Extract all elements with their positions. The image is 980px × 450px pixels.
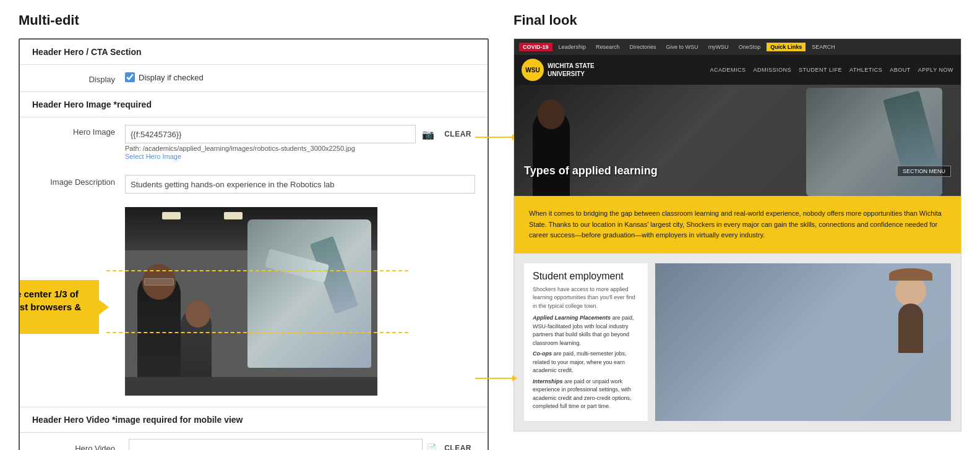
employment-title: Student employment xyxy=(533,271,639,282)
nav-give[interactable]: Give to WSU xyxy=(663,44,702,50)
nav-research[interactable]: Research xyxy=(592,44,624,50)
left-panel-title: Multi-edit xyxy=(19,12,489,28)
bottom-section: Student employment Shockers have access … xyxy=(514,253,961,431)
left-panel: Multi-edit Header Hero / CTA Section Dis… xyxy=(19,12,489,450)
nav-academics[interactable]: ACADEMICS xyxy=(710,67,746,73)
photo-inner: Crops to the center 1/3 of photo in most… xyxy=(125,207,377,396)
cta-section: When it comes to bridging the gap betwee… xyxy=(514,196,961,253)
nav-mywsu[interactable]: myWSU xyxy=(705,44,733,50)
image-path-text: Path: /academics/applied_learning/images… xyxy=(125,145,475,152)
edit-box: Header Hero / CTA Section Display Displa… xyxy=(19,38,489,450)
hero-image-label: Hero Image xyxy=(32,125,125,137)
nav-onestop[interactable]: OneStop xyxy=(735,44,765,50)
clear-hero-video-button[interactable]: CLEAR xyxy=(441,441,475,450)
crop-note-text: Crops to the center 1/3 of photo in most… xyxy=(19,287,90,326)
right-arrows-wrapper: COVID-19 Leadership Research Directories… xyxy=(514,38,961,431)
nav-admissions[interactable]: ADMISSIONS xyxy=(754,67,792,73)
right-panel: Final look COVID-19 Leadership Research … xyxy=(489,12,961,431)
hero-image-row: Hero Image 📷 CLEAR Path: /academics/appl… xyxy=(20,117,488,168)
section-menu-button[interactable]: SECTION MENU xyxy=(897,166,951,177)
image-desc-content xyxy=(125,175,475,193)
nav-top: COVID-19 Leadership Research Directories… xyxy=(514,39,961,55)
wsu-name-line2: UNIVERSITY xyxy=(548,70,595,78)
hero-video-label: Hero Video xyxy=(32,444,125,451)
hero-video-input[interactable] xyxy=(129,439,423,450)
image-desc-input[interactable] xyxy=(125,175,475,193)
arrow-to-student xyxy=(475,375,517,381)
crop-line-bottom xyxy=(106,332,408,333)
display-checkbox-row: Display if checked xyxy=(125,72,475,82)
hero-image-input-row: 📷 CLEAR xyxy=(125,125,475,143)
employment-item3-label: Internships xyxy=(533,378,563,384)
hero-video-row: Hero Video 📄 CLEAR xyxy=(20,433,488,450)
nav-covid-badge[interactable]: COVID-19 xyxy=(519,43,552,51)
nav-student-life[interactable]: STUDENT LIFE xyxy=(799,67,842,73)
wsu-logo: WSU WICHITA STATE UNIVERSITY xyxy=(522,59,595,81)
arrow-to-hero xyxy=(475,134,517,140)
photo-canvas xyxy=(125,207,377,396)
employment-text-box: Student employment Shockers have access … xyxy=(524,263,648,421)
employment-item2: Co-ops are paid, multi-semester jobs, re… xyxy=(533,350,639,375)
child-hat xyxy=(889,268,932,281)
hero-image-content: 📷 CLEAR Path: /academics/applied_learnin… xyxy=(125,125,475,160)
select-hero-image-link[interactable]: Select Hero Image xyxy=(125,153,475,160)
display-checked-label: Display if checked xyxy=(139,73,204,82)
nav-search[interactable]: SEARCH xyxy=(808,44,839,50)
arrow-to-student-head xyxy=(512,375,517,381)
display-row: Display Display if checked xyxy=(20,65,488,91)
employment-desc: Shockers have access to more applied lea… xyxy=(533,286,639,311)
nav-apply-now[interactable]: APPLY NOW xyxy=(918,67,953,73)
hero-title-bar: Types of applied learning SECTION MENU xyxy=(514,164,961,177)
section2-header: Header Hero Image *required xyxy=(20,92,488,117)
wsu-logo-text: WICHITA STATE UNIVERSITY xyxy=(548,62,595,78)
image-preview-wrapper: Crops to the center 1/3 of photo in most… xyxy=(20,201,488,404)
arrow-to-student-line xyxy=(475,378,512,379)
employment-item1-label: Applied Learning Placements xyxy=(533,315,611,321)
sim-person2-head xyxy=(186,300,210,328)
display-checkbox[interactable] xyxy=(125,72,135,82)
image-icon-button[interactable]: 📷 xyxy=(419,129,437,140)
nav-leadership[interactable]: Leadership xyxy=(555,44,590,50)
hero-title: Types of applied learning xyxy=(524,164,658,177)
crop-note-box: Crops to the center 1/3 of photo in most… xyxy=(19,280,99,334)
wsu-name-line1: WICHITA STATE xyxy=(548,62,595,70)
crop-note-arrow-icon xyxy=(99,300,109,315)
employment-item3: Internships are paid or unpaid work expe… xyxy=(533,378,639,411)
employment-photo xyxy=(655,263,951,421)
employment-item1: Applied Learning Placements are paid, WS… xyxy=(533,314,639,347)
nav-quicklinks[interactable]: Quick Links xyxy=(767,43,806,51)
wsu-logo-icon: WSU xyxy=(522,59,544,81)
arrow-to-hero-line xyxy=(475,137,512,138)
employment-item2-label: Co-ops xyxy=(533,350,552,357)
nav-athletics[interactable]: ATHLETICS xyxy=(849,67,882,73)
right-panel-title: Final look xyxy=(514,12,961,28)
hero-image-input[interactable] xyxy=(125,125,416,143)
nav-main-links: ACADEMICS ADMISSIONS STUDENT LIFE ATHLET… xyxy=(710,67,953,73)
sim-light1 xyxy=(162,212,181,219)
nav-about[interactable]: ABOUT xyxy=(890,67,911,73)
section1-header: Header Hero / CTA Section xyxy=(20,40,488,65)
hero-section: Types of applied learning SECTION MENU xyxy=(514,85,961,196)
cta-text: When it comes to bridging the gap betwee… xyxy=(529,208,946,241)
image-desc-row: Image Description xyxy=(20,168,488,201)
clear-hero-image-button[interactable]: CLEAR xyxy=(441,127,475,141)
video-icon-button[interactable]: 📄 xyxy=(426,443,437,450)
sim-light2 xyxy=(224,212,243,219)
nav-directories[interactable]: Directories xyxy=(626,44,660,50)
sim-floor2 xyxy=(125,377,377,396)
child-body xyxy=(898,304,923,353)
nav-main: WSU WICHITA STATE UNIVERSITY ACADEMICS A… xyxy=(514,55,961,85)
display-field-content: Display if checked xyxy=(125,72,475,82)
sim-photo xyxy=(125,207,377,396)
section3-header: Header Hero Video *image required for mo… xyxy=(20,407,488,433)
display-label: Display xyxy=(32,72,125,84)
crop-line-top xyxy=(106,270,408,271)
preview-browser: COVID-19 Leadership Research Directories… xyxy=(514,38,961,431)
image-desc-label: Image Description xyxy=(32,175,125,187)
hero-overlay xyxy=(514,85,961,196)
sim-glasses xyxy=(144,278,174,286)
